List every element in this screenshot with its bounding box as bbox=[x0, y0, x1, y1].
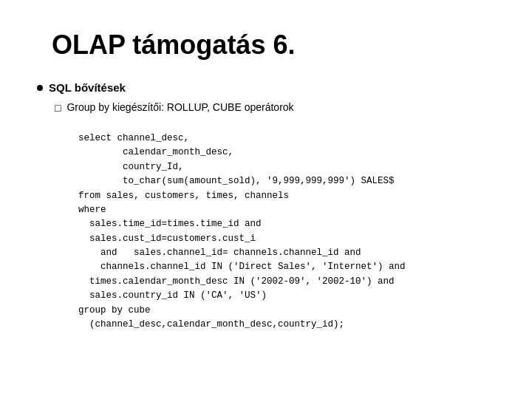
sub-bullet-text: Group by kiegészítői: ROLLUP, CUBE operá… bbox=[66, 101, 293, 113]
content-area: SQL bővítések □ Group by kiegészítői: RO… bbox=[37, 81, 495, 332]
bullet-dot bbox=[37, 85, 43, 91]
sub-bullet: □ Group by kiegészítői: ROLLUP, CUBE ope… bbox=[55, 101, 495, 114]
slide-title: OLAP támogatás 6. bbox=[52, 30, 495, 61]
bullet-main: SQL bővítések bbox=[37, 81, 495, 94]
code-block: select channel_desc, calendar_month_desc… bbox=[78, 132, 495, 332]
sub-bullet-marker: □ bbox=[55, 102, 61, 114]
bullet-main-text: SQL bővítések bbox=[49, 81, 126, 94]
slide: OLAP támogatás 6. SQL bővítések □ Group … bbox=[0, 0, 532, 399]
